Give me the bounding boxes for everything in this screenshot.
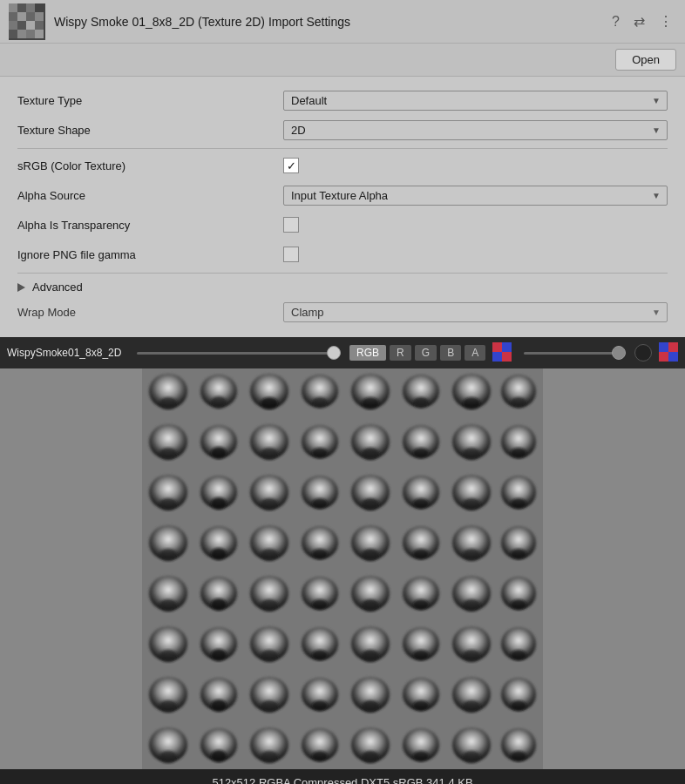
ignore-png-checkbox[interactable] [283,247,299,262]
svg-rect-7 [26,12,35,21]
svg-rect-5 [9,12,17,21]
ignore-png-control [283,247,668,262]
svg-point-75 [159,549,177,561]
advanced-label: Advanced [32,280,83,294]
svg-rect-15 [26,30,35,38]
svg-point-95 [261,599,278,612]
svg-point-151 [463,751,480,763]
open-button[interactable]: Open [615,49,676,71]
title-action-icons: ? ⇄ ⋮ [608,11,676,31]
svg-point-107 [159,650,177,662]
svg-rect-13 [9,30,17,38]
texture-shape-dropdown[interactable]: 2D Cube [283,120,668,140]
channel-rgb-button[interactable]: RGB [349,345,386,361]
ignore-png-label: Ignore PNG file gamma [17,248,283,261]
svg-point-93 [211,598,227,611]
texture-type-control: Default Normal map Sprite (2D and UI) Cu… [283,91,668,111]
svg-rect-24 [668,352,678,362]
alpha-source-dropdown[interactable]: None Input Texture Alpha From Gray Scale [283,186,668,206]
svg-point-59 [159,498,177,510]
svg-point-79 [261,549,278,561]
title-bar: Wispy Smoke 01_8x8_2D (Texture 2D) Impor… [0,0,685,44]
svg-rect-8 [35,12,44,21]
channel-a-button[interactable]: A [465,345,485,361]
svg-rect-16 [35,30,44,38]
preview-bar: WispySmoke01_8x8_2D RGB R G B A [0,337,685,368]
dark-preview-circle [634,344,652,362]
svg-point-73 [511,498,526,509]
channel-r-button[interactable]: R [390,345,411,361]
help-icon[interactable]: ? [608,12,623,31]
svg-point-145 [312,751,328,761]
srgb-control [283,158,668,173]
svg-point-29 [211,396,227,409]
svg-point-99 [362,599,379,612]
more-icon[interactable]: ⋮ [655,11,676,31]
svg-point-55 [463,448,480,460]
svg-point-31 [261,397,278,409]
alpha-transparency-checkbox[interactable] [283,217,299,233]
wrap-mode-dropdown[interactable]: Clamp Repeat Mirror [283,302,668,322]
channel-b-button[interactable]: B [440,345,461,361]
svg-rect-21 [659,342,668,352]
svg-rect-19 [492,352,502,362]
alpha-transparency-control [283,217,668,233]
texture-type-dropdown[interactable]: Default Normal map Sprite (2D and UI) Cu… [283,91,668,111]
texture-shape-dropdown-wrapper: 2D Cube [283,120,668,140]
svg-point-81 [312,549,328,559]
svg-point-115 [362,650,379,662]
toolbar: Open [0,44,685,77]
svg-rect-4 [35,3,44,12]
svg-point-83 [362,549,379,561]
svg-rect-6 [17,12,26,21]
svg-rect-17 [492,342,502,352]
svg-point-49 [312,448,328,458]
svg-rect-11 [26,21,35,30]
brightness-slider[interactable] [519,352,631,355]
ignore-png-row: Ignore PNG file gamma [17,243,668,266]
texture-shape-row: Texture Shape 2D Cube [17,118,668,141]
svg-point-57 [511,448,526,458]
svg-point-137 [511,700,526,711]
svg-point-37 [413,397,429,408]
svg-point-41 [511,397,526,408]
svg-rect-12 [35,21,44,30]
srgb-checkbox[interactable] [283,158,299,173]
advanced-section[interactable]: Advanced [17,280,668,294]
svg-point-129 [312,700,328,711]
alpha-source-control: None Input Texture Alpha From Gray Scale [283,186,668,206]
svg-point-153 [511,751,526,761]
svg-point-103 [463,599,480,612]
window-title: Wispy Smoke 01_8x8_2D (Texture 2D) Impor… [54,15,600,29]
svg-point-51 [362,448,379,460]
svg-point-91 [159,599,177,612]
svg-point-139 [159,751,177,763]
brightness-thumb[interactable] [612,346,626,360]
slider-track [137,352,341,355]
svg-rect-23 [659,352,668,362]
layout-icon[interactable]: ⇄ [630,11,648,31]
svg-point-133 [413,700,429,711]
svg-point-135 [463,700,480,713]
svg-point-109 [211,649,227,661]
divider-2 [17,273,668,274]
svg-point-69 [413,498,429,509]
svg-point-105 [511,599,526,610]
status-bar: 512x512 RGBA Compressed DXT5 sRGB 341.4 … [0,769,685,784]
alpha-source-label: Alpha Source [17,189,283,202]
svg-point-39 [463,397,480,409]
svg-point-35 [362,397,379,409]
checker-pattern-icon[interactable] [492,342,512,362]
svg-point-63 [261,498,278,510]
preview-slider[interactable] [132,352,346,355]
wrap-mode-dropdown-wrapper: Clamp Repeat Mirror [283,302,668,322]
wrap-mode-label: Wrap Mode [17,306,283,319]
slider-thumb[interactable] [327,346,341,360]
svg-point-89 [511,549,526,559]
svg-rect-2 [17,3,26,12]
channel-g-button[interactable]: G [415,345,437,361]
brightness-track [524,352,626,355]
svg-point-101 [413,599,429,610]
texture-grid-svg [142,368,543,769]
svg-point-97 [312,599,328,610]
